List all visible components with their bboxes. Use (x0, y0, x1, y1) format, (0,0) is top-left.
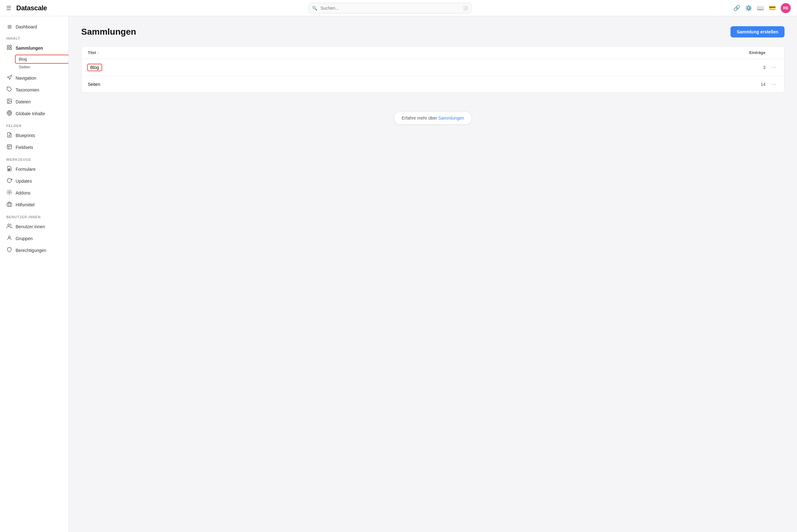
sidebar-item-label: Globale Inhalte (16, 111, 45, 116)
updates-icon (6, 178, 13, 185)
benutzerinnen-icon (6, 223, 13, 230)
card-icon[interactable]: 💳 (769, 5, 776, 12)
sidebar-item-label: Fieldsets (16, 145, 33, 150)
col-title-header: Titel ↑ (88, 50, 728, 55)
svg-rect-16 (8, 170, 10, 170)
formulare-icon (6, 166, 13, 173)
sidebar-sub-item-seiten[interactable]: Seiten (16, 63, 69, 71)
settings-icon[interactable]: ⚙️ (745, 5, 752, 12)
sidebar-item-label: Taxonomien (16, 88, 39, 92)
fieldsets-icon (6, 144, 13, 151)
main-content: Sammlungen Sammlung erstellen Titel ↑ Ei… (69, 16, 797, 532)
header: ☰ Datascale 🔍 / 🔗 ⚙️ 📖 💳 RE (0, 0, 797, 16)
info-text: Erfahre mehr über (402, 115, 438, 120)
sidebar-item-fieldsets[interactable]: Fieldsets (0, 141, 69, 153)
sidebar-sub-item-blog[interactable]: Blog (16, 55, 69, 63)
col-entries-header: Einträge (728, 50, 765, 55)
svg-point-17 (9, 192, 10, 193)
sidebar-item-formulare[interactable]: Formulare (0, 163, 69, 175)
berechtigungen-icon (6, 247, 13, 254)
row-entries-seiten: 14 (728, 82, 765, 87)
section-inhalt: INHALT (0, 32, 69, 42)
sidebar-item-dashboard[interactable]: ⊞ Dashboard (0, 21, 69, 32)
col-title-label: Titel (88, 50, 96, 55)
sidebar-sub-items: Blog Seiten (0, 54, 69, 72)
sidebar-item-dateien[interactable]: Dateien (0, 96, 69, 108)
svg-rect-0 (7, 45, 9, 47)
sidebar-item-updates[interactable]: Updates (0, 175, 69, 187)
sidebar-item-gruppen[interactable]: Gruppen (0, 233, 69, 245)
globale-inhalte-icon (6, 110, 13, 117)
hilfsmittel-icon (6, 202, 13, 208)
sidebar-item-label: Updates (16, 178, 32, 184)
sidebar-item-label: Berechtigungen (16, 248, 46, 253)
table-row[interactable]: Seiten 14 ··· (81, 76, 784, 92)
svg-rect-1 (10, 45, 12, 47)
sidebar-item-globale-inhalte[interactable]: Globale Inhalte (0, 108, 69, 119)
svg-point-19 (8, 224, 10, 226)
blueprints-icon (6, 132, 13, 139)
menu-icon[interactable]: ☰ (6, 5, 11, 12)
navigation-icon (6, 75, 13, 81)
info-message: Erfahre mehr über Sammlungen (81, 112, 784, 125)
link-icon[interactable]: 🔗 (733, 5, 740, 12)
dashboard-icon: ⊞ (6, 24, 13, 30)
svg-rect-12 (7, 145, 12, 149)
search-icon: 🔍 (312, 6, 317, 11)
svg-rect-18 (7, 203, 12, 206)
sammlungen-icon (6, 45, 13, 52)
row-actions-blog: ··· (765, 63, 778, 71)
sidebar-item-label: Addons (16, 190, 30, 195)
row-entries-blog: 3 (728, 65, 765, 70)
sidebar-item-label: Dashboard (16, 24, 37, 29)
create-collection-button[interactable]: Sammlung erstellen (730, 26, 784, 37)
search-input[interactable] (309, 3, 471, 14)
table-header: Titel ↑ Einträge (81, 46, 784, 59)
gruppen-icon (6, 235, 13, 242)
avatar[interactable]: RE (781, 3, 791, 13)
taxonomien-icon (6, 87, 13, 93)
section-felder: FELDER (0, 119, 69, 130)
info-bubble: Erfahre mehr über Sammlungen (394, 112, 472, 125)
sidebar-item-sammlungen[interactable]: Sammlungen (0, 42, 69, 54)
header-actions: 🔗 ⚙️ 📖 💳 RE (733, 3, 791, 13)
row-title-blog: Blog (88, 65, 728, 70)
sidebar: ⊞ Dashboard INHALT Sammlungen Blog Seite… (0, 16, 69, 532)
sidebar-item-navigation[interactable]: Navigation (0, 72, 69, 84)
sidebar-item-label: Formulare (16, 167, 36, 172)
row-menu-button-seiten[interactable]: ··· (770, 80, 778, 88)
section-werkzeuge: WERKZEUGE (0, 153, 69, 163)
sidebar-item-berechtigungen[interactable]: Berechtigungen (0, 245, 69, 256)
page-title: Sammlungen (81, 27, 136, 37)
svg-point-20 (8, 236, 10, 238)
sidebar-item-hilfsmittel[interactable]: Hilfsmittel (0, 199, 69, 211)
sidebar-item-label: Hilfsmittel (16, 202, 35, 207)
sidebar-item-label: Sammlungen (16, 45, 43, 51)
row-actions-seiten: ··· (765, 80, 778, 88)
addons-icon (6, 190, 13, 196)
row-menu-button-blog[interactable]: ··· (770, 63, 778, 71)
table-row[interactable]: Blog 3 ··· (81, 59, 784, 76)
svg-rect-15 (8, 169, 10, 170)
book-icon[interactable]: 📖 (757, 5, 764, 12)
svg-marker-4 (7, 75, 12, 80)
blog-title-highlighted: Blog (88, 64, 101, 71)
logo: Datascale (16, 4, 47, 12)
collections-table: Titel ↑ Einträge Blog 3 ··· Seiten 14 (81, 46, 784, 93)
sidebar-item-label: Blueprints (16, 133, 35, 138)
dateien-icon (6, 98, 13, 105)
svg-rect-2 (10, 48, 12, 50)
sidebar-item-label: Navigation (16, 76, 36, 80)
section-benutzerinnen: BENUTZER:INNEN (0, 211, 69, 221)
sidebar-item-blueprints[interactable]: Blueprints (0, 130, 69, 141)
svg-point-7 (8, 100, 9, 100)
sidebar-item-benutzerinnen[interactable]: Benutzer:innen (0, 221, 69, 233)
sort-arrow-icon: ↑ (97, 51, 99, 55)
info-link[interactable]: Sammlungen (438, 115, 464, 120)
sidebar-item-taxonomien[interactable]: Taxonomien (0, 84, 69, 96)
sidebar-item-label: Benutzer:innen (16, 224, 45, 229)
sidebar-item-label: Dateien (16, 99, 31, 104)
sidebar-item-addons[interactable]: Addons (0, 187, 69, 199)
layout: ⊞ Dashboard INHALT Sammlungen Blog Seite… (0, 16, 797, 532)
search-bar: 🔍 / (309, 3, 471, 14)
